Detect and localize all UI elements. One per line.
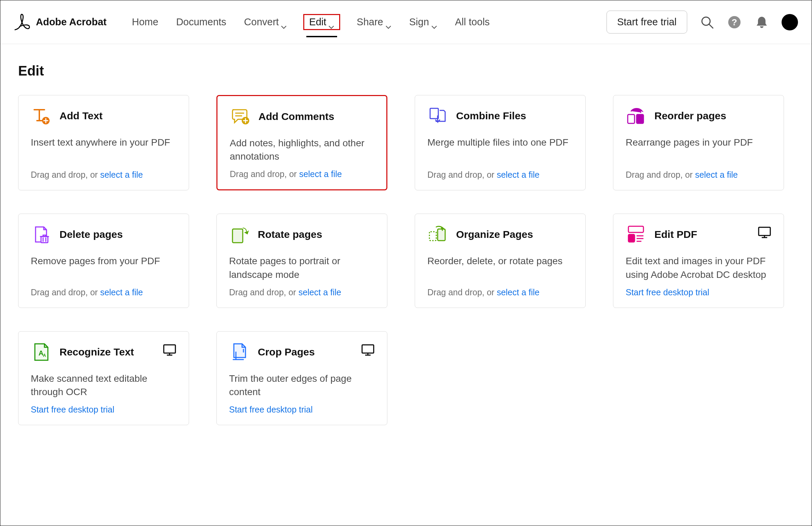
select-file-link[interactable]: select a file [100,170,143,179]
card-desc: Rotate pages to portrait or landscape mo… [229,254,375,281]
card-add-comments[interactable]: Add Comments Add notes, highlights, and … [216,95,387,190]
card-desc: Reorder, delete, or rotate pages [427,254,573,281]
acrobat-logo-icon [14,13,30,31]
svg-rect-14 [429,232,436,241]
card-cta: Drag and drop, or select a file [427,170,573,180]
nav-all-tools[interactable]: All tools [454,14,491,30]
bell-icon[interactable] [754,15,769,30]
avatar[interactable] [782,14,798,30]
select-file-link[interactable]: select a file [497,287,540,297]
card-cta: Drag and drop, or select a file [31,170,176,180]
top-right: Start free trial ? [607,11,798,33]
svg-text:A: A [43,353,46,358]
card-desc: Insert text anywhere in your PDF [31,136,176,164]
card-reorder-pages[interactable]: Reorder pages Rearrange pages in your PD… [613,95,784,190]
desktop-trial-link[interactable]: Start free desktop trial [229,405,375,415]
card-delete-pages[interactable]: Delete pages Remove pages from your PDF … [18,214,189,308]
select-file-link[interactable]: select a file [695,170,738,179]
search-icon[interactable] [700,15,715,30]
nav-convert-label: Convert [244,16,279,28]
svg-rect-15 [759,227,770,235]
card-cta: Drag and drop, or select a file [229,287,375,297]
select-file-link[interactable]: select a file [100,287,143,297]
card-desc: Rearrange pages in your PDF [626,136,771,164]
comment-icon [230,106,250,127]
svg-rect-12 [232,229,243,243]
tool-grid: Add Text Insert text anywhere in your PD… [18,95,794,425]
nav-home[interactable]: Home [131,14,160,30]
chevron-down-icon [328,20,334,24]
card-title: Add Text [59,110,103,122]
svg-text:?: ? [732,17,737,27]
card-crop-pages[interactable]: Crop Pages Trim the outer edges of page … [216,331,387,425]
card-title: Organize Pages [456,229,533,240]
card-cta: Drag and drop, or select a file [626,170,771,180]
desktop-trial-link[interactable]: Start free desktop trial [626,287,771,297]
svg-rect-10 [637,114,643,123]
nav-edit-label: Edit [309,16,326,28]
top-bar: Adobe Acrobat Home Documents Convert Edi… [0,0,812,44]
chevron-down-icon [385,20,391,24]
svg-rect-28 [362,345,374,353]
select-file-link[interactable]: select a file [298,287,341,297]
card-edit-pdf[interactable]: Edit PDF Edit text and images in your PD… [613,214,784,308]
card-desc: Trim the outer edges of page content [229,372,375,399]
nav-edit[interactable]: Edit [303,14,340,30]
brand[interactable]: Adobe Acrobat [14,13,107,31]
main-nav: Home Documents Convert Edit Share Sign [131,14,607,30]
svg-rect-9 [628,114,635,123]
card-desc: Merge multiple files into one PDF [427,136,573,164]
nav-sign-label: Sign [409,16,429,28]
desktop-trial-link[interactable]: Start free desktop trial [31,405,176,415]
svg-line-1 [709,24,713,28]
desktop-icon [361,344,375,356]
nav-sign[interactable]: Sign [408,14,439,30]
svg-rect-18 [628,226,643,232]
cta-prefix: Drag and drop, or [427,287,497,297]
crop-pages-icon [229,342,250,362]
nav-share[interactable]: Share [355,14,392,30]
svg-rect-19 [628,234,635,242]
help-icon[interactable]: ? [727,15,742,30]
cta-prefix: Drag and drop, or [230,169,299,179]
card-rotate-pages[interactable]: Rotate pages Rotate pages to portrait or… [216,214,387,308]
card-desc: Edit text and images in your PDF using A… [626,254,771,281]
card-organize-pages[interactable]: Organize Pages Reorder, delete, or rotat… [415,214,586,308]
cta-prefix: Drag and drop, or [31,287,100,297]
start-trial-button[interactable]: Start free trial [607,11,687,33]
card-add-text[interactable]: Add Text Insert text anywhere in your PD… [18,95,189,190]
page: Edit Add Text Insert text anywhere in yo… [0,44,812,439]
card-cta: Drag and drop, or select a file [230,169,374,179]
card-title: Crop Pages [258,346,315,358]
select-file-link[interactable]: select a file [299,169,342,179]
card-title: Reorder pages [654,110,726,122]
desktop-icon [163,344,176,356]
svg-rect-23 [164,345,175,353]
rotate-pages-icon [229,224,250,245]
organize-pages-icon [427,224,448,245]
page-title: Edit [18,63,794,79]
nav-convert[interactable]: Convert [243,14,289,30]
card-title: Rotate pages [258,229,322,240]
card-desc: Add notes, highlights, and other annotat… [230,136,374,163]
card-combine-files[interactable]: Combine Files Merge multiple files into … [415,95,586,190]
card-title: Add Comments [258,111,334,122]
svg-rect-8 [430,108,438,119]
card-cta: Drag and drop, or select a file [31,287,176,297]
reorder-pages-icon [626,106,646,126]
delete-pages-icon [31,224,51,245]
desktop-icon [758,226,771,239]
cta-prefix: Drag and drop, or [427,170,497,179]
card-desc: Make scanned text editable through OCR [31,372,176,399]
card-recognize-text[interactable]: AA Recognize Text Make scanned text edit… [18,331,189,425]
card-cta: Drag and drop, or select a file [427,287,573,297]
edit-pdf-icon [626,224,646,245]
cta-prefix: Drag and drop, or [626,170,695,179]
brand-name: Adobe Acrobat [36,16,107,28]
select-file-link[interactable]: select a file [497,170,540,179]
card-title: Delete pages [59,229,123,240]
nav-documents[interactable]: Documents [175,14,228,30]
recognize-text-icon: AA [31,342,51,362]
card-title: Edit PDF [654,229,697,240]
svg-rect-13 [438,229,445,241]
